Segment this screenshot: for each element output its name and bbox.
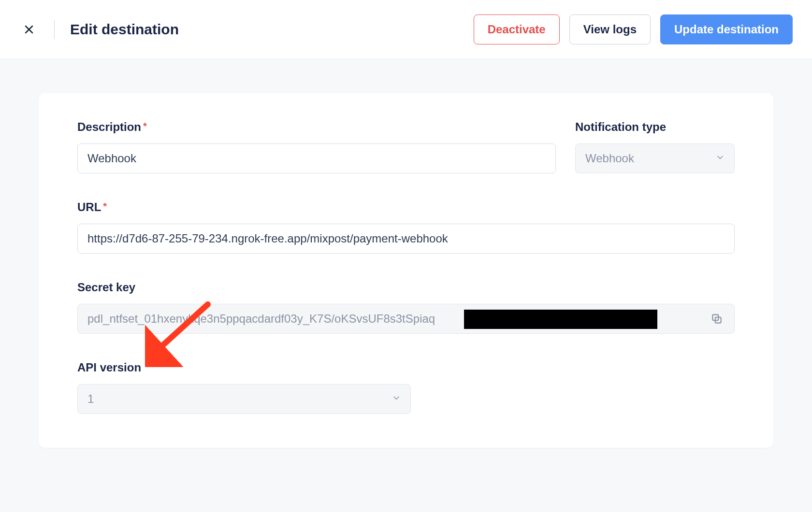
close-button[interactable] [19, 20, 39, 39]
api-version-label: API version [77, 361, 735, 374]
form-card: Description * Notification type Webhook [39, 93, 773, 448]
api-version-select-wrapper: 1 [77, 384, 411, 414]
group-url: URL * [77, 200, 735, 254]
notification-type-label: Notification type [575, 120, 735, 134]
group-description: Description * [77, 120, 556, 173]
url-label: URL * [77, 200, 735, 214]
header-divider [54, 20, 55, 39]
page-header: Edit destination Deactivate View logs Up… [0, 0, 812, 59]
api-version-select[interactable]: 1 [77, 384, 411, 414]
description-label: Description * [77, 120, 556, 134]
header-left: Edit destination [19, 20, 179, 39]
description-input[interactable] [77, 143, 556, 173]
group-api-version: API version 1 [77, 361, 735, 414]
secret-key-input-wrap [77, 304, 735, 334]
close-icon [23, 24, 35, 35]
main-area: Description * Notification type Webhook [0, 59, 812, 512]
secret-key-row [77, 304, 735, 334]
page-title: Edit destination [70, 21, 179, 38]
required-indicator: * [143, 121, 147, 131]
required-indicator: * [103, 201, 107, 211]
copy-secret-button[interactable] [708, 310, 726, 328]
view-logs-button[interactable]: View logs [569, 14, 651, 44]
header-actions: Deactivate View logs Update destination [474, 14, 793, 44]
group-secret-key: Secret key [77, 281, 735, 334]
secret-key-label-text: Secret key [77, 281, 135, 294]
notification-type-select[interactable]: Webhook [575, 143, 735, 173]
url-input[interactable] [77, 224, 735, 254]
row-description-notification: Description * Notification type Webhook [77, 120, 735, 173]
secret-key-label: Secret key [77, 281, 735, 294]
copy-icon [710, 313, 723, 325]
url-label-text: URL [77, 200, 101, 214]
description-label-text: Description [77, 120, 141, 134]
secret-key-redaction [464, 310, 657, 329]
deactivate-button[interactable]: Deactivate [474, 14, 560, 44]
group-notification-type: Notification type Webhook [575, 120, 735, 173]
api-version-label-text: API version [77, 361, 141, 374]
notification-type-label-text: Notification type [575, 120, 666, 134]
api-version-field: 1 [77, 384, 411, 414]
notification-type-select-wrapper: Webhook [575, 143, 735, 173]
update-destination-button[interactable]: Update destination [660, 14, 793, 44]
